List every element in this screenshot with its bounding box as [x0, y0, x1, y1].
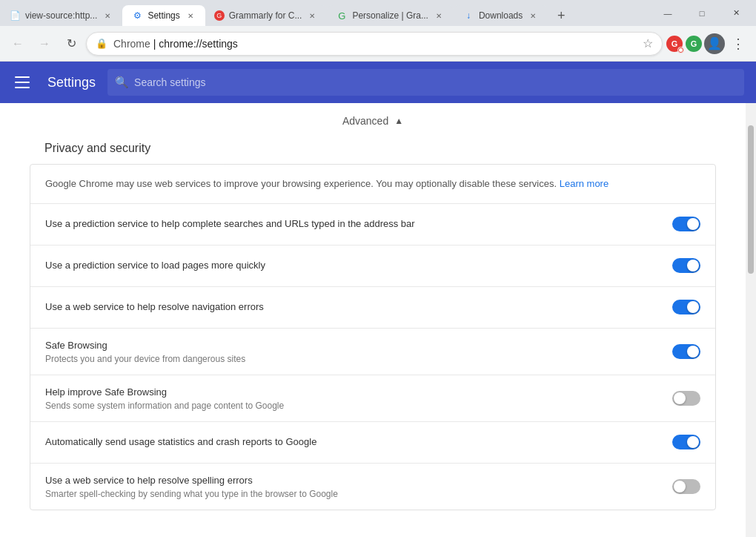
settings-header: Settings 🔍 [0, 62, 756, 103]
toggle-row-improve-safe: Help improve Safe Browsing Sends some sy… [30, 375, 715, 422]
tab-grammarly[interactable]: G Grammarly for C... ✕ [205, 5, 328, 26]
toggle-improve-safe-title: Help improve Safe Browsing [45, 386, 672, 399]
forward-button[interactable]: → [33, 32, 56, 56]
tab-grammarly-label: Grammarly for C... [229, 10, 302, 21]
toggle-prediction-pages-text: Use a prediction service to load pages m… [45, 259, 672, 272]
new-tab-button[interactable]: + [551, 5, 571, 26]
chrome-menu-button[interactable]: ⋮ [726, 32, 750, 56]
tab-viewsource[interactable]: 📄 view-source:http... ✕ [0, 5, 122, 26]
toggle-usage-stats[interactable] [672, 435, 700, 449]
toggle-spelling-text: Use a web service to help resolve spelli… [45, 474, 672, 499]
toggle-usage-stats-knob [687, 436, 699, 448]
hamburger-menu-button[interactable] [12, 70, 36, 94]
tab-grammarly-close[interactable]: ✕ [306, 10, 318, 22]
privacy-section-title: Privacy and security [0, 142, 746, 164]
address-path: chrome://settings [159, 38, 238, 50]
extension-grammarly-icon[interactable]: G [666, 35, 683, 53]
tab-viewsource-label: view-source:http... [25, 10, 97, 21]
close-button[interactable]: ✕ [719, 0, 753, 26]
toggle-safe-browsing[interactable] [672, 344, 700, 359]
tab-settings-close[interactable]: ✕ [185, 10, 196, 22]
toggle-prediction-search[interactable] [672, 217, 700, 231]
toggle-safe-browsing-text: Safe Browsing Protects you and your devi… [45, 339, 672, 364]
toggle-improve-safe-knob [674, 392, 686, 404]
toggle-nav-errors[interactable] [672, 300, 700, 314]
tab-personalize[interactable]: G Personalize | Gra... ✕ [327, 5, 454, 26]
toggle-improve-safe[interactable] [672, 391, 700, 406]
toggle-row-spelling: Use a web service to help resolve spelli… [30, 464, 715, 510]
toggle-prediction-search-text: Use a prediction service to help complet… [45, 217, 672, 231]
tab-downloads-close[interactable]: ✕ [527, 10, 539, 22]
settings-search-wrapper: 🔍 [107, 69, 744, 96]
downloads-tab-icon: ↓ [462, 10, 474, 22]
minimize-button[interactable]: — [651, 0, 685, 26]
window-controls: — □ ✕ [651, 0, 756, 26]
extension-grammarly2-icon[interactable]: G [685, 35, 703, 53]
tab-personalize-close[interactable]: ✕ [433, 10, 445, 22]
address-brand: Chrome [113, 38, 150, 50]
toggle-row-usage-stats: Automatically send usage statistics and … [30, 422, 715, 464]
privacy-settings-card: Google Chrome may use web services to im… [30, 164, 716, 510]
content-area: Advanced ▲ Privacy and security Google C… [0, 103, 746, 537]
toggle-row-prediction-pages: Use a prediction service to load pages m… [30, 246, 715, 287]
toggle-row-nav-errors: Use a web service to help resolve naviga… [30, 287, 715, 329]
toolbar-extensions: G G 👤 ⋮ [666, 32, 750, 56]
grammarly-tab-icon: G [214, 10, 225, 21]
titlebar: 📄 view-source:http... ✕ ⚙ Settings ✕ G G… [0, 0, 756, 26]
advanced-arrow-icon: ▲ [394, 116, 403, 126]
settings-title: Settings [47, 75, 96, 90]
tab-downloads[interactable]: ↓ Downloads ✕ [454, 5, 548, 26]
toggle-safe-browsing-title: Safe Browsing [45, 339, 672, 352]
toggle-nav-errors-knob [687, 301, 699, 313]
learn-more-link[interactable]: Learn more [560, 178, 609, 189]
tab-downloads-label: Downloads [479, 10, 523, 21]
back-button[interactable]: ← [6, 32, 30, 56]
toggle-prediction-search-title: Use a prediction service to help complet… [45, 217, 672, 231]
navigation-toolbar: ← → ↻ 🔒 Chrome | chrome://settings ☆ G G… [0, 26, 756, 62]
toggle-spelling-subtitle: Smarter spell-checking by sending what y… [45, 489, 672, 499]
main-content: Advanced ▲ Privacy and security Google C… [0, 103, 756, 537]
toggle-safe-browsing-knob [687, 346, 699, 358]
settings-search-input[interactable] [107, 69, 744, 96]
address-text: Chrome | chrome://settings [113, 38, 637, 50]
tab-viewsource-close[interactable]: ✕ [102, 10, 113, 22]
toggle-spelling[interactable] [672, 479, 700, 494]
toggle-usage-stats-title: Automatically send usage statistics and … [45, 435, 672, 449]
advanced-label: Advanced [342, 115, 388, 127]
privacy-info-text: Google Chrome may use web services to im… [30, 165, 715, 204]
toggle-improve-safe-text: Help improve Safe Browsing Sends some sy… [45, 386, 672, 411]
lock-icon: 🔒 [96, 38, 107, 49]
personalize-tab-icon: G [336, 10, 348, 22]
toggle-prediction-pages-knob [687, 260, 699, 271]
tab-settings-label: Settings [147, 10, 179, 21]
advanced-section-header[interactable]: Advanced ▲ [0, 103, 746, 142]
toggle-spelling-knob [674, 481, 686, 492]
toggle-row-prediction-search: Use a prediction service to help complet… [30, 204, 715, 246]
scrollbar-track[interactable] [746, 103, 756, 537]
toggle-spelling-title: Use a web service to help resolve spelli… [45, 474, 672, 487]
toggle-nav-errors-title: Use a web service to help resolve naviga… [45, 300, 672, 314]
address-separator: | [150, 38, 159, 50]
toggle-nav-errors-text: Use a web service to help resolve naviga… [45, 300, 672, 314]
toggle-improve-safe-subtitle: Sends some system information and page c… [45, 401, 672, 411]
toggle-prediction-pages-title: Use a prediction service to load pages m… [45, 259, 672, 272]
toggle-row-safe-browsing: Safe Browsing Protects you and your devi… [30, 329, 715, 375]
scrollbar-thumb[interactable] [748, 125, 754, 274]
toggle-prediction-pages[interactable] [672, 258, 700, 273]
toggle-safe-browsing-subtitle: Protects you and your device from danger… [45, 354, 672, 364]
toggle-prediction-search-knob [687, 218, 699, 230]
refresh-button[interactable]: ↻ [59, 32, 83, 56]
address-bar[interactable]: 🔒 Chrome | chrome://settings ☆ [86, 32, 663, 56]
tab-personalize-label: Personalize | Gra... [352, 10, 428, 21]
user-avatar-button[interactable]: 👤 [704, 33, 725, 54]
tab-settings[interactable]: ⚙ Settings ✕ [122, 5, 205, 26]
settings-tab-icon: ⚙ [131, 10, 143, 22]
tab-strip: 📄 view-source:http... ✕ ⚙ Settings ✕ G G… [0, 0, 651, 26]
maximize-button[interactable]: □ [685, 0, 719, 26]
viewsource-tab-icon: 📄 [9, 10, 21, 22]
toggle-usage-stats-text: Automatically send usage statistics and … [45, 435, 672, 449]
bookmark-star-icon[interactable]: ☆ [643, 36, 653, 50]
